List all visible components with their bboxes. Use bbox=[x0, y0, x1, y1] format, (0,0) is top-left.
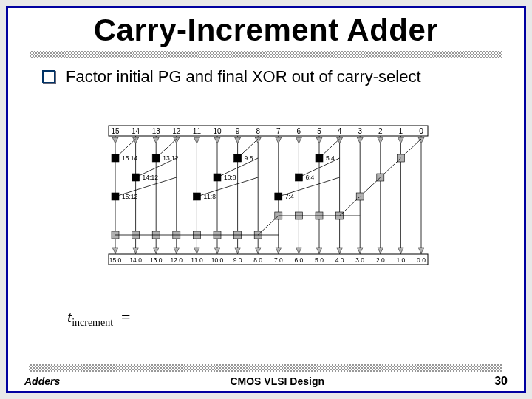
svg-marker-103 bbox=[153, 248, 159, 253]
svg-marker-107 bbox=[235, 248, 241, 253]
svg-rect-62 bbox=[132, 174, 140, 181]
svg-text:3:0: 3:0 bbox=[355, 256, 364, 264]
equation: tincrement = bbox=[67, 307, 131, 329]
svg-text:6: 6 bbox=[297, 127, 301, 135]
svg-marker-105 bbox=[194, 248, 200, 253]
svg-text:14:0: 14:0 bbox=[129, 256, 142, 264]
svg-text:11:0: 11:0 bbox=[191, 256, 203, 264]
bullet-item: Factor initial PG and final XOR out of c… bbox=[42, 67, 524, 86]
svg-marker-35 bbox=[153, 137, 159, 143]
svg-text:6:0: 6:0 bbox=[294, 256, 303, 264]
svg-marker-39 bbox=[235, 137, 241, 143]
footer-left: Adders bbox=[24, 375, 60, 387]
svg-line-98 bbox=[340, 197, 361, 216]
svg-rect-77 bbox=[275, 193, 282, 200]
svg-rect-68 bbox=[295, 174, 302, 181]
equation-sub: increment bbox=[72, 317, 113, 328]
svg-text:13:0: 13:0 bbox=[150, 256, 163, 264]
svg-text:6:4: 6:4 bbox=[305, 174, 314, 181]
svg-marker-110 bbox=[296, 248, 301, 253]
svg-marker-112 bbox=[337, 248, 343, 253]
svg-marker-33 bbox=[112, 137, 118, 143]
svg-text:4:0: 4:0 bbox=[335, 256, 344, 264]
svg-marker-104 bbox=[174, 248, 180, 253]
svg-text:15:12: 15:12 bbox=[122, 193, 138, 200]
svg-marker-34 bbox=[133, 137, 139, 143]
svg-text:10:0: 10:0 bbox=[211, 256, 224, 264]
bullet-box-icon bbox=[42, 70, 55, 83]
svg-line-100 bbox=[258, 216, 279, 235]
svg-marker-102 bbox=[133, 248, 139, 253]
svg-marker-48 bbox=[418, 137, 424, 143]
svg-marker-109 bbox=[276, 248, 282, 253]
svg-marker-44 bbox=[337, 137, 343, 143]
svg-text:5:0: 5:0 bbox=[315, 256, 324, 264]
svg-rect-53 bbox=[152, 154, 160, 162]
svg-rect-65 bbox=[214, 174, 221, 181]
svg-marker-38 bbox=[214, 137, 220, 143]
svg-text:7:4: 7:4 bbox=[285, 193, 294, 200]
svg-text:7: 7 bbox=[276, 127, 281, 135]
svg-marker-116 bbox=[418, 248, 424, 253]
svg-text:10:8: 10:8 bbox=[224, 174, 236, 181]
svg-text:5: 5 bbox=[317, 127, 321, 135]
svg-marker-41 bbox=[276, 137, 282, 143]
svg-marker-115 bbox=[398, 248, 403, 253]
svg-marker-43 bbox=[316, 137, 322, 143]
svg-text:15:14: 15:14 bbox=[122, 154, 138, 162]
svg-marker-113 bbox=[357, 248, 363, 253]
slide: Carry-Increment Adder Factor initial PG … bbox=[6, 6, 526, 393]
svg-text:1: 1 bbox=[399, 127, 403, 135]
svg-rect-59 bbox=[316, 154, 323, 162]
footer-pattern bbox=[29, 364, 502, 372]
svg-marker-37 bbox=[194, 137, 200, 143]
title-underline-pattern bbox=[30, 51, 502, 58]
svg-text:2: 2 bbox=[378, 127, 383, 135]
svg-text:12:0: 12:0 bbox=[171, 256, 183, 264]
svg-text:12: 12 bbox=[172, 127, 181, 135]
svg-marker-114 bbox=[378, 248, 383, 253]
svg-marker-47 bbox=[398, 137, 403, 143]
prefix-adder-diagram: 151413121110987654321015:1413:129:85:414… bbox=[106, 123, 430, 290]
svg-text:11: 11 bbox=[193, 127, 202, 135]
svg-text:0: 0 bbox=[419, 127, 423, 135]
svg-marker-45 bbox=[357, 137, 363, 143]
footer: Adders CMOS VLSI Design 30 bbox=[8, 375, 524, 388]
svg-rect-56 bbox=[234, 154, 242, 162]
slide-title: Carry-Increment Adder bbox=[8, 13, 524, 48]
svg-text:15: 15 bbox=[111, 127, 120, 135]
bullet-text: Factor initial PG and final XOR out of c… bbox=[66, 67, 421, 86]
svg-text:0:0: 0:0 bbox=[417, 256, 426, 264]
svg-text:14: 14 bbox=[132, 127, 140, 135]
footer-page-number: 30 bbox=[494, 375, 508, 388]
svg-text:2:0: 2:0 bbox=[376, 256, 385, 264]
svg-text:7:0: 7:0 bbox=[274, 256, 283, 264]
svg-marker-40 bbox=[255, 137, 261, 143]
svg-text:8: 8 bbox=[256, 127, 260, 135]
svg-marker-106 bbox=[214, 248, 220, 253]
svg-text:15:0: 15:0 bbox=[109, 256, 122, 264]
svg-text:8:0: 8:0 bbox=[253, 256, 262, 264]
equation-eq: = bbox=[121, 307, 130, 326]
svg-text:13: 13 bbox=[152, 127, 161, 135]
svg-marker-36 bbox=[174, 137, 180, 143]
svg-text:14:12: 14:12 bbox=[143, 174, 159, 181]
svg-marker-108 bbox=[255, 248, 261, 253]
svg-marker-101 bbox=[112, 248, 118, 253]
svg-text:1:0: 1:0 bbox=[396, 256, 405, 264]
svg-text:11:8: 11:8 bbox=[203, 193, 216, 200]
svg-text:4: 4 bbox=[338, 127, 342, 135]
svg-text:3: 3 bbox=[358, 127, 362, 135]
svg-rect-74 bbox=[193, 193, 200, 200]
svg-marker-111 bbox=[316, 248, 322, 253]
svg-text:9:0: 9:0 bbox=[233, 256, 242, 264]
svg-text:10: 10 bbox=[213, 127, 222, 135]
svg-marker-46 bbox=[378, 137, 383, 143]
svg-marker-42 bbox=[296, 137, 301, 143]
footer-center: CMOS VLSI Design bbox=[230, 375, 324, 387]
svg-text:9: 9 bbox=[236, 127, 240, 135]
svg-rect-50 bbox=[112, 154, 119, 162]
svg-rect-71 bbox=[112, 193, 119, 200]
